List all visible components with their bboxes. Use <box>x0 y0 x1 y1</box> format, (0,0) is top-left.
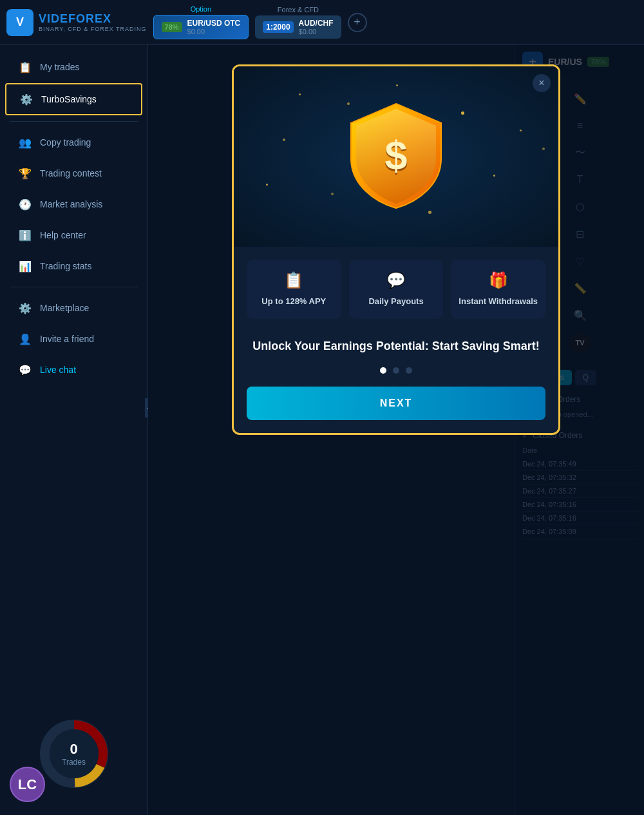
sidebar-divider-2 <box>10 287 138 287</box>
modal-close-button[interactable]: × <box>533 74 551 92</box>
chat-icon: 💬 <box>18 363 32 377</box>
analysis-icon: 🕐 <box>18 197 32 211</box>
modal-title: Unlock Your Earnings Potential: Start Sa… <box>247 338 545 354</box>
daily-icon: 💬 <box>386 271 406 289</box>
avatar[interactable]: LC <box>10 767 45 802</box>
next-button[interactable]: NEXT <box>247 387 545 420</box>
sidebar-item-trading-contest[interactable]: 🏆 Trading contest <box>5 158 142 188</box>
trades-icon: 📋 <box>18 60 32 74</box>
modal-hero: $ $ <box>234 66 558 247</box>
trades-label: 0 Trades <box>62 741 86 767</box>
sidebar-item-label: Marketplace <box>40 303 89 313</box>
forex-tab-pair: AUD/CHF <box>299 19 334 28</box>
trades-count: 0 <box>62 741 86 758</box>
feature-daily-text: Daily Payouts <box>368 296 423 307</box>
forex-tab-price: $0.00 <box>299 28 334 35</box>
carousel-dots <box>247 367 545 374</box>
sidebar-item-help-center[interactable]: ℹ️ Help center <box>5 220 142 250</box>
sidebar-item-copy-trading[interactable]: 👥 Copy trading <box>5 128 142 157</box>
feature-card-instant: 🎁 Instant Withdrawals <box>451 260 545 319</box>
option-tab-percent: 78% <box>162 22 182 32</box>
add-tab-button[interactable]: + <box>348 13 367 32</box>
option-tab-pill[interactable]: 78% EUR/USD OTC $0.00 <box>153 15 249 39</box>
sidebar-item-label: Copy trading <box>40 137 91 148</box>
sidebar-item-trading-stats[interactable]: 📊 Trading stats <box>5 251 142 281</box>
invite-icon: 👤 <box>18 332 32 346</box>
logo-text: VIDEFOREX BINARY, CFD & FOREX TRADING <box>39 12 147 32</box>
sidebar-item-label: Market analysis <box>40 199 102 209</box>
features-row: 📋 Up to 128% APY 💬 Daily Payouts 🎁 Insta… <box>234 247 558 319</box>
feature-card-daily: 💬 Daily Payouts <box>349 260 444 319</box>
sidebar-item-my-trades[interactable]: 📋 My trades <box>5 52 142 82</box>
forex-tab-ratio: 1:2000 <box>263 21 293 33</box>
trades-text: Trades <box>62 758 86 767</box>
turbo-savings-modal: × <box>232 64 560 435</box>
sidebar-item-label: Trading contest <box>40 168 102 178</box>
forex-tab-label: Forex & CFD <box>278 6 319 14</box>
sidebar-item-label: My trades <box>40 62 79 72</box>
apy-icon: 📋 <box>284 271 303 289</box>
main-layout: 📋 My trades ⚙️ TurboSavings 👥 Copy tradi… <box>0 45 644 815</box>
contest-icon: 🏆 <box>18 166 32 180</box>
dot-1[interactable] <box>380 367 386 374</box>
forex-tab-info: AUD/CHF $0.00 <box>299 19 334 35</box>
option-tab-price: $0.00 <box>187 28 241 35</box>
forex-tab[interactable]: Forex & CFD 1:2000 AUD/CHF $0.00 <box>255 6 341 39</box>
sidebar-item-turbo-savings[interactable]: ⚙️ TurboSavings <box>5 83 142 115</box>
top-bar: V VIDEFOREX BINARY, CFD & FOREX TRADING … <box>0 0 644 45</box>
sidebar: 📋 My trades ⚙️ TurboSavings 👥 Copy tradi… <box>0 45 148 815</box>
marketplace-icon: ⚙️ <box>18 301 32 315</box>
feature-apy-text: Up to 128% APY <box>261 296 326 307</box>
sidebar-item-invite-friend[interactable]: 👤 Invite a friend <box>5 324 142 354</box>
savings-icon: ⚙️ <box>19 92 33 106</box>
svg-text:$: $ <box>384 133 407 178</box>
sidebar-item-label: Trading stats <box>40 261 91 271</box>
modal-overlay: × <box>148 45 644 815</box>
sidebar-item-label: Help center <box>40 230 86 240</box>
shield-icon: $ $ <box>345 97 448 216</box>
option-tab[interactable]: Option 78% EUR/USD OTC $0.00 <box>153 5 249 39</box>
logo-subtitle: BINARY, CFD & FOREX TRADING <box>39 26 147 32</box>
feature-card-apy: 📋 Up to 128% APY <box>247 260 341 319</box>
option-tab-label: Option <box>191 5 211 13</box>
sidebar-divider-1 <box>10 121 138 122</box>
help-icon: ℹ️ <box>18 228 32 242</box>
sidebar-item-marketplace[interactable]: ⚙️ Marketplace <box>5 293 142 323</box>
dot-3[interactable] <box>406 367 412 374</box>
option-tab-pair: EUR/USD OTC <box>187 19 241 28</box>
logo-title: VIDEFOREX <box>39 12 147 26</box>
sidebar-item-label: TurboSavings <box>41 94 97 104</box>
modal-content: Unlock Your Earnings Potential: Start Sa… <box>234 319 558 433</box>
logo-icon: V <box>6 9 33 36</box>
logo-area: V VIDEFOREX BINARY, CFD & FOREX TRADING <box>6 9 147 36</box>
stats-icon: 📊 <box>18 259 32 273</box>
feature-instant-text: Instant Withdrawals <box>459 296 538 307</box>
sidebar-item-label: Live chat <box>40 365 76 375</box>
dot-2[interactable] <box>393 367 399 374</box>
option-tab-info: EUR/USD OTC $0.00 <box>187 19 241 35</box>
forex-tab-pill[interactable]: 1:2000 AUD/CHF $0.00 <box>255 15 341 39</box>
sidebar-item-market-analysis[interactable]: 🕐 Market analysis <box>5 189 142 219</box>
instant-icon: 🎁 <box>489 271 508 289</box>
sidebar-item-label: Invite a friend <box>40 334 94 344</box>
sidebar-item-live-chat[interactable]: 💬 Live chat <box>5 355 142 385</box>
copy-trading-icon: 👥 <box>18 135 32 149</box>
content-area: × <box>148 45 644 815</box>
